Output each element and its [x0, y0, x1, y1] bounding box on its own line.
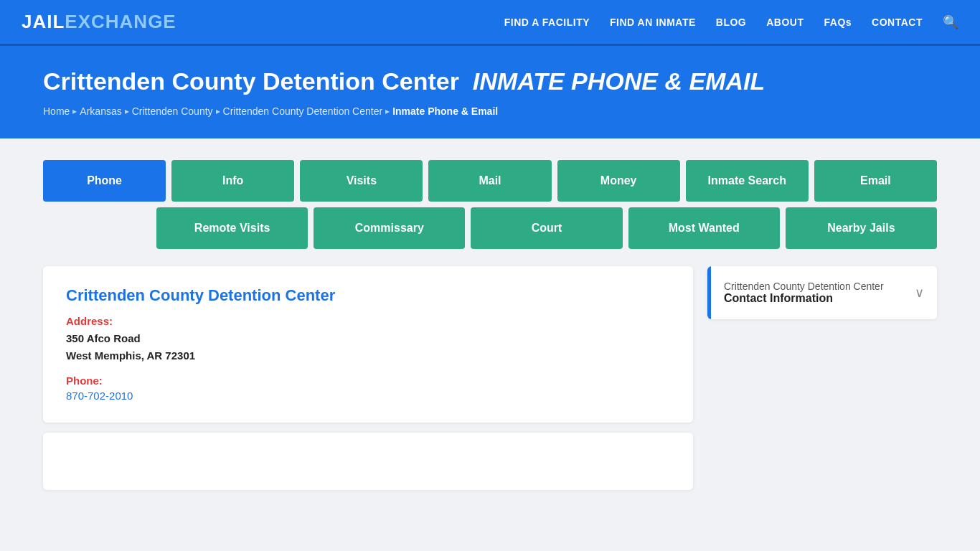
logo-exchange: EXCHANGE [65, 11, 176, 33]
tab-email[interactable]: Email [814, 160, 937, 202]
breadcrumb-state[interactable]: Arkansas [80, 105, 121, 117]
breadcrumb-sep-2: ▸ [125, 106, 129, 116]
side-card-title-top: Crittenden County Detention Center [724, 281, 884, 292]
page-title-main: Crittenden County Detention Center [43, 67, 459, 95]
address-label: Address: [66, 315, 670, 327]
nav-find-inmate[interactable]: FIND AN INMATE [610, 17, 696, 28]
logo-jail: JAIL [22, 11, 65, 33]
page-title-italic: INMATE PHONE & EMAIL [473, 67, 765, 95]
page-title: Crittenden County Detention Center INMAT… [43, 67, 937, 95]
tab-money[interactable]: Money [557, 160, 680, 202]
breadcrumb-sep-4: ▸ [385, 106, 390, 116]
tab-court[interactable]: Court [471, 207, 622, 249]
nav-about[interactable]: ABOUT [766, 17, 804, 28]
breadcrumb-facility[interactable]: Crittenden County Detention Center [223, 105, 383, 117]
search-icon[interactable]: 🔍 [943, 14, 958, 30]
chevron-down-icon[interactable]: ∨ [915, 285, 924, 301]
logo: JAIL EXCHANGE [22, 11, 176, 33]
side-card-title-bottom: Contact Information [724, 292, 884, 305]
facility-title: Crittenden County Detention Center [66, 286, 670, 305]
tab-most-wanted[interactable]: Most Wanted [628, 207, 780, 249]
address-line2: West Memphis, AR 72301 [66, 347, 670, 364]
second-card [43, 433, 693, 490]
tab-info[interactable]: Info [171, 160, 294, 202]
tab-mail[interactable]: Mail [428, 160, 551, 202]
side-contact-card[interactable]: Crittenden County Detention Center Conta… [707, 266, 937, 319]
breadcrumb-home[interactable]: Home [43, 105, 70, 117]
breadcrumb-sep-3: ▸ [216, 106, 220, 116]
tabs-container: Phone Info Visits Mail Money Inmate Sear… [43, 160, 937, 249]
tab-visits[interactable]: Visits [300, 160, 423, 202]
tab-phone[interactable]: Phone [43, 160, 166, 202]
main-content: Phone Info Visits Mail Money Inmate Sear… [0, 138, 980, 512]
breadcrumb: Home ▸ Arkansas ▸ Crittenden County ▸ Cr… [43, 105, 937, 117]
side-card-header[interactable]: Crittenden County Detention Center Conta… [707, 266, 937, 319]
hero-section: Crittenden County Detention Center INMAT… [0, 46, 980, 138]
tab-remote-visits[interactable]: Remote Visits [156, 207, 308, 249]
tabs-row-1: Phone Info Visits Mail Money Inmate Sear… [43, 160, 937, 202]
tab-commissary[interactable]: Commissary [314, 207, 465, 249]
breadcrumb-current: Inmate Phone & Email [392, 105, 498, 117]
navbar-links: FIND A FACILITY FIND AN INMATE BLOG ABOU… [504, 14, 958, 30]
cards-area: Crittenden County Detention Center Addre… [43, 266, 937, 490]
nav-find-facility[interactable]: FIND A FACILITY [504, 17, 590, 28]
nav-contact[interactable]: CONTACT [872, 17, 923, 28]
tab-inmate-search[interactable]: Inmate Search [686, 160, 809, 202]
tabs-row-2: Remote Visits Commissary Court Most Want… [43, 207, 937, 249]
nav-faqs[interactable]: FAQs [824, 17, 852, 28]
breadcrumb-county[interactable]: Crittenden County [132, 105, 213, 117]
phone-number[interactable]: 870-702-2010 [66, 390, 133, 402]
navbar: JAIL EXCHANGE FIND A FACILITY FIND AN IN… [0, 0, 980, 46]
facility-card: Crittenden County Detention Center Addre… [43, 266, 693, 423]
phone-label: Phone: [66, 375, 670, 387]
side-card-text: Crittenden County Detention Center Conta… [724, 281, 884, 305]
tab-nearby-jails[interactable]: Nearby Jails [786, 207, 937, 249]
address-line1: 350 Afco Road [66, 330, 670, 347]
nav-blog[interactable]: BLOG [716, 17, 746, 28]
breadcrumb-sep-1: ▸ [72, 106, 77, 116]
